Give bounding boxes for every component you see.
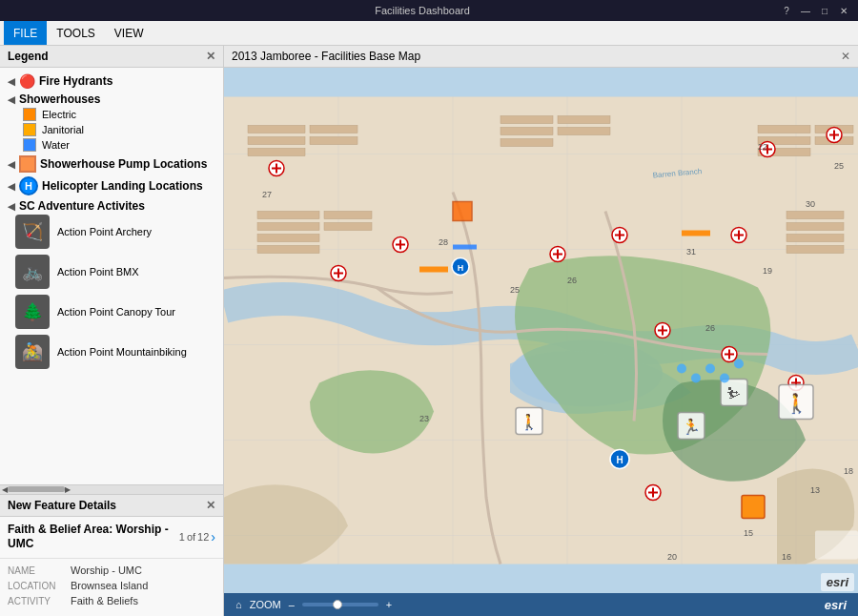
fire-hydrants-arrow: ◀ (8, 76, 15, 87)
feature-next-button[interactable]: › (211, 529, 215, 544)
esri-logo: esri (821, 573, 854, 591)
canopy-icon: 🌲 (15, 295, 50, 329)
legend-group-pump: ◀ Showerhouse Pump Locations (8, 155, 215, 173)
name-value: Worship - UMC (71, 565, 142, 576)
svg-rect-36 (786, 246, 844, 254)
svg-rect-21 (558, 128, 610, 135)
legend-hscroll[interactable]: ◀ ▶ (0, 484, 223, 494)
zoom-plus-button[interactable]: + (386, 599, 392, 610)
svg-text:30: 30 (806, 199, 815, 209)
feature-panel-title: New Feature Details (8, 499, 116, 512)
svg-text:15: 15 (744, 528, 753, 538)
svg-rect-22 (257, 212, 319, 219)
legend-item-janitorial: Janitorial (23, 123, 215, 136)
pump-arrow: ◀ (8, 159, 15, 170)
map-title: 2013 Jamboree - Facilities Base Map (232, 50, 420, 63)
home-button[interactable]: ⌂ (235, 599, 242, 610)
svg-point-94 (734, 359, 744, 369)
svg-text:🚶: 🚶 (520, 413, 539, 431)
legend-item-mtb: 🚵 Action Point Mountainbiking (15, 335, 215, 369)
adventure-arrow: ◀ (8, 201, 15, 212)
svg-rect-27 (324, 223, 372, 231)
bmx-icon: 🚲 (15, 255, 50, 289)
scroll-right-arrow[interactable]: ▶ (65, 485, 71, 494)
canopy-label: Action Point Canopy Tour (57, 306, 175, 318)
svg-rect-17 (500, 116, 553, 124)
legend-item-archery: 🏹 Action Point Archery (15, 215, 215, 249)
svg-point-91 (691, 374, 701, 383)
location-label: LOCATION (8, 580, 65, 591)
svg-rect-35 (786, 235, 844, 242)
app-title: Facilities Dashboard (65, 5, 780, 16)
map-svg: H H 🚶 🏃 (224, 68, 858, 593)
svg-text:27: 27 (262, 190, 272, 199)
svg-rect-24 (257, 235, 319, 242)
menu-bar: FILE TOOLS VIEW (0, 21, 858, 46)
svg-text:23: 23 (419, 414, 429, 423)
svg-text:🚶: 🚶 (785, 392, 808, 415)
svg-text:16: 16 (782, 552, 791, 562)
svg-text:28: 28 (439, 237, 448, 247)
pump-icon (19, 155, 36, 173)
menu-tools[interactable]: TOOLS (47, 21, 104, 45)
legend-close-icon[interactable]: ✕ (206, 50, 215, 63)
svg-text:H: H (616, 455, 623, 465)
svg-rect-12 (248, 126, 305, 133)
showerhouses-label: Showerhouses (19, 92, 100, 106)
archery-label: Action Point Archery (57, 226, 152, 237)
scroll-thumb[interactable] (8, 486, 65, 492)
help-button[interactable]: ? (780, 4, 793, 17)
feature-panel-close[interactable]: ✕ (206, 499, 215, 512)
zoom-controls[interactable]: ⌂ ZOOM – + (235, 599, 392, 610)
svg-rect-38 (453, 245, 477, 250)
map-canvas[interactable]: H H 🚶 🏃 (224, 68, 858, 593)
fire-hydrants-label: Fire Hydrants (39, 74, 112, 88)
helicopter-label: Helicopter Landing Locations (42, 179, 203, 193)
mtb-label: Action Point Mountainbiking (57, 346, 187, 358)
mtb-icon: 🚵 (15, 335, 50, 369)
svg-point-90 (677, 364, 686, 374)
svg-text:🏃: 🏃 (682, 418, 701, 436)
svg-rect-28 (758, 126, 810, 133)
feature-panel: New Feature Details ✕ Faith & Belief Are… (0, 494, 223, 616)
minimize-button[interactable]: — (799, 4, 812, 17)
fire-hydrant-icon: 🔴 (19, 73, 35, 89)
svg-text:H: H (458, 263, 464, 273)
svg-text:25: 25 (834, 161, 844, 171)
detail-name-row: NAME Worship - UMC (8, 565, 215, 576)
svg-rect-23 (257, 223, 319, 231)
svg-text:31: 31 (686, 247, 696, 257)
adventure-label: SC Adventure Activites (19, 199, 145, 213)
zoom-slider[interactable] (302, 603, 378, 606)
legend-item-water: Water (23, 138, 215, 152)
close-button[interactable]: ✕ (837, 4, 850, 17)
menu-view[interactable]: VIEW (105, 21, 153, 45)
map-header-close[interactable]: ✕ (841, 50, 850, 63)
zoom-minus-button[interactable]: – (289, 599, 295, 610)
maximize-button[interactable]: □ (818, 4, 831, 17)
svg-text:18: 18 (844, 466, 853, 476)
janitorial-color (23, 123, 36, 136)
menu-file[interactable]: FILE (4, 21, 47, 45)
svg-rect-26 (324, 212, 372, 219)
nav-of: of (187, 531, 195, 543)
svg-text:⛷: ⛷ (726, 385, 742, 401)
activity-label: ACTIVITY (8, 595, 65, 606)
bmx-label: Action Point BMX (57, 266, 139, 277)
svg-rect-16 (310, 137, 358, 145)
svg-text:13: 13 (810, 485, 820, 495)
legend-group-showerhouses: ◀ Showerhouses Electric Janitorial (8, 92, 215, 152)
pump-label: Showerhouse Pump Locations (40, 157, 207, 171)
legend-item-bmx: 🚲 Action Point BMX (15, 255, 215, 289)
heli-arrow: ◀ (8, 181, 15, 192)
feature-title: Faith & Belief Area: Worship - UMC (8, 523, 175, 552)
detail-activity-row: ACTIVITY Faith & Beliefs (8, 595, 215, 606)
svg-rect-88 (453, 202, 472, 221)
helicopter-icon: H (19, 176, 38, 195)
svg-point-93 (720, 374, 729, 383)
legend-group-adventure: ◀ SC Adventure Activites 🏹 Action Point … (8, 199, 215, 369)
janitorial-label: Janitorial (42, 124, 84, 135)
legend-group-helicopter: ◀ H Helicopter Landing Locations (8, 176, 215, 195)
electric-label: Electric (42, 109, 76, 120)
title-bar: Facilities Dashboard ? — □ ✕ (0, 0, 858, 21)
